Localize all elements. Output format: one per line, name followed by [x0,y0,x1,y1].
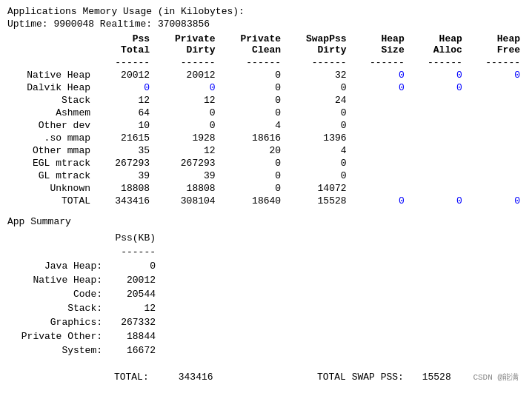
sep-7: ------ [467,56,525,69]
row-cell: 18640 [220,195,285,207]
row-cell: 0 [351,195,409,207]
table-row: Native Heap2001220012032000 [7,69,525,81]
summary-row: Stack:12 [16,302,159,315]
sep-2: ------ [154,56,219,69]
row-cell [409,132,467,144]
summary-row: Private Other:18844 [16,330,159,343]
row-cell: 0 [409,69,467,81]
row-cell: 0 [409,195,467,207]
col-heap-alloc: HeapAlloc [409,33,467,56]
col-heap-free: HeapFree [467,33,525,56]
row-cell: 15528 [285,195,350,207]
row-cell [351,107,409,119]
summary-header-row: Pss(KB) [16,232,159,244]
row-cell [467,94,525,107]
summary-row-label: Stack: [16,302,105,315]
row-cell: 0 [154,107,219,119]
app-summary-title: App Summary [7,216,525,227]
row-cell: 39 [154,169,219,182]
row-cell [467,182,525,195]
summary-row-value: 16672 [107,344,159,357]
row-cell: 0 [285,157,350,169]
table-row: Other dev10040 [7,119,525,132]
row-label: Dalvik Heap [7,81,96,94]
table-row: Stack1212024 [7,94,525,107]
row-cell: 0 [467,69,525,81]
sep-6: ------ [409,56,467,69]
uptime-line: Uptime: 9900048 Realtime: 370083856 [7,19,525,30]
row-cell: 308104 [154,195,219,207]
row-cell: 0 [154,119,219,132]
row-cell: 0 [220,81,285,94]
row-cell [467,157,525,169]
row-cell [409,169,467,182]
col-private-dirty: PrivateDirty [154,33,219,56]
summary-row-value: 0 [107,260,159,272]
summary-row-value: 12 [107,302,159,315]
row-cell: 18808 [96,182,154,195]
row-cell [351,132,409,144]
row-cell [409,182,467,195]
table-row: .so mmap216151928186161396 [7,132,525,144]
row-cell [467,132,525,144]
row-cell: 0 [285,81,350,94]
summary-row-label: Graphics: [16,316,105,329]
app-title: Applications Memory Usage (in Kilobytes)… [7,6,525,17]
summary-table: Pss(KB) ------ Java Heap:0Native Heap:20… [15,230,160,358]
col-swappss-dirty: SwapPssDirty [285,33,350,56]
row-cell [351,169,409,182]
row-cell: 4 [285,144,350,157]
total-value: 343416 [155,371,218,383]
row-cell: 0 [220,169,285,182]
realtime-value: 370083856 [158,19,210,30]
row-cell: 20012 [96,69,154,81]
row-cell: 14072 [285,182,350,195]
col-pss-total: PssTotal [96,33,154,56]
row-label: Ashmem [7,107,96,119]
row-cell: 0 [96,81,154,94]
table-row: Dalvik Heap000000 [7,81,525,94]
table-row: Ashmem64000 [7,107,525,119]
row-cell: 12 [154,94,219,107]
row-cell [467,144,525,157]
sep-1: ------ [96,56,154,69]
summary-pss-header: Pss(KB) [107,232,159,244]
uptime-value: 9900048 [53,19,94,30]
row-cell: 32 [285,69,350,81]
swap-label: TOTAL SWAP PSS: [293,371,408,383]
summary-row-value: 20012 [107,274,159,286]
realtime-label: Realtime: [100,19,152,30]
row-cell: 0 [467,195,525,207]
summary-row-value: 267332 [107,316,159,329]
row-cell: 0 [220,157,285,169]
row-cell: 39 [96,169,154,182]
row-cell: 18616 [220,132,285,144]
table-row: Other mmap3512204 [7,144,525,157]
column-headers-row: PssTotal PrivateDirty PrivateClean SwapP… [7,33,525,56]
row-cell [351,157,409,169]
row-cell [467,107,525,119]
row-cell: 20 [220,144,285,157]
summary-row-label: Native Heap: [16,274,105,286]
row-label: EGL mtrack [7,157,96,169]
row-cell: 343416 [96,195,154,207]
row-cell: 0 [154,81,219,94]
row-cell: 0 [351,81,409,94]
row-label: Native Heap [7,69,96,81]
row-cell [409,107,467,119]
row-label: Unknown [7,182,96,195]
row-cell [409,144,467,157]
row-cell: 267293 [96,157,154,169]
summary-row-value: 18844 [107,330,159,343]
row-cell: 21615 [96,132,154,144]
table-row: TOTAL3434163081041864015528000 [7,195,525,207]
col-private-clean: PrivateClean [220,33,285,56]
row-cell [409,157,467,169]
sep-5: ------ [351,56,409,69]
total-label: TOTAL: [99,371,153,383]
row-label: Other dev [7,119,96,132]
summary-sep: ------ [107,246,159,258]
row-cell: 0 [220,94,285,107]
row-label: Stack [7,94,96,107]
row-cell: 0 [409,81,467,94]
